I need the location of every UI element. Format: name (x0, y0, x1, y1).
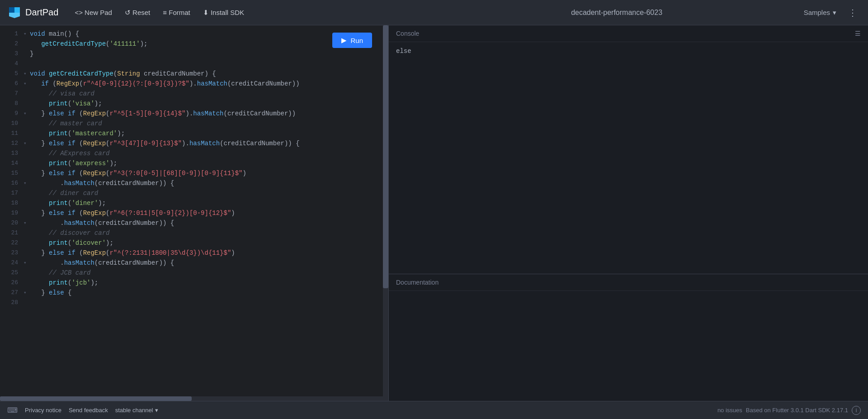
code-text: } else if (RegExp(r"^(?:2131|1800|35\d{3… (30, 248, 385, 258)
fold-arrow-icon[interactable]: ▾ (24, 138, 28, 148)
documentation-content (389, 291, 868, 401)
code-editor[interactable]: 1▾void main() {2 getCreditCardType('4111… (0, 25, 388, 401)
line-number: 27 (4, 288, 18, 298)
fold-arrow-icon (24, 228, 28, 238)
code-text: // JCB card (30, 268, 385, 278)
console-menu-icon[interactable]: ☰ (855, 30, 861, 37)
samples-arrow-icon: ▾ (833, 9, 836, 17)
code-text: .hasMatch(creditCardNumber)) { (30, 218, 385, 228)
h-scrollbar-thumb (0, 396, 192, 401)
documentation-label: Documentation (396, 279, 439, 286)
table-row: 27▾ } else { (0, 288, 388, 298)
svg-marker-2 (14, 7, 20, 13)
table-row: 22 print('dicover'); (0, 238, 388, 248)
channel-select[interactable]: stable channel ▾ (115, 407, 158, 414)
channel-label: stable channel (115, 407, 153, 414)
console-output: else (396, 48, 411, 55)
fold-arrow-icon (24, 238, 28, 248)
code-text: // visa card (30, 89, 385, 99)
more-menu-button[interactable]: ⋮ (844, 5, 861, 20)
code-text: .hasMatch(creditCardNumber)) { (30, 258, 385, 268)
code-text: } else if (RegExp(r"^3[47][0-9]{13}$").h… (30, 138, 385, 148)
sdk-info-text: Based on Flutter 3.0.1 Dart SDK 2.17.1 (746, 407, 848, 414)
line-number: 16 (4, 178, 18, 188)
info-icon[interactable]: i (852, 406, 861, 415)
table-row: 14 print('aexpress'); (0, 158, 388, 168)
new-pad-button[interactable]: <> New Pad (69, 6, 118, 19)
fold-arrow-icon (24, 99, 28, 109)
fold-arrow-icon[interactable]: ▾ (24, 79, 28, 89)
line-number: 4 (4, 59, 18, 69)
fold-arrow-icon (24, 59, 28, 69)
code-text: } else if (RegExp(r"^6(?:011|5[0-9]{2})[… (30, 208, 385, 218)
table-row: 5▾void getCreditCardType(String creditCa… (0, 69, 388, 79)
scrollbar-thumb (383, 25, 388, 288)
line-number: 23 (4, 248, 18, 258)
code-text: // master card (30, 119, 385, 129)
privacy-notice-link[interactable]: Privacy notice (25, 407, 61, 414)
table-row: 11 print('mastercard'); (0, 129, 388, 138)
line-number: 25 (4, 268, 18, 278)
code-text: // discover card (30, 228, 385, 238)
console-label: Console (396, 30, 419, 37)
fold-arrow-icon[interactable]: ▾ (24, 258, 28, 268)
table-row: 6▾ if (RegExp(r"^4[0-9]{12}(?:[0-9]{3})?… (0, 79, 388, 89)
fold-arrow-icon[interactable]: ▾ (24, 218, 28, 228)
fold-arrow-icon[interactable]: ▾ (24, 69, 28, 79)
right-area: Samples ▾ ⋮ (799, 5, 861, 20)
fold-arrow-icon (24, 158, 28, 168)
fold-arrow-icon (24, 89, 28, 99)
table-row: 13 // AExpress card (0, 148, 388, 158)
fold-arrow-icon[interactable]: ▾ (24, 109, 28, 119)
line-number: 17 (4, 188, 18, 198)
code-text (30, 298, 385, 308)
code-text: print('jcb'); (30, 278, 385, 288)
fold-arrow-icon (24, 119, 28, 129)
horizontal-scrollbar[interactable] (0, 396, 383, 401)
footer: ⌨ Privacy notice Send feedback stable ch… (0, 401, 868, 419)
fold-arrow-icon (24, 39, 28, 49)
table-row: 20▾ .hasMatch(creditCardNumber)) { (0, 218, 388, 228)
code-text: .hasMatch(creditCardNumber)) { (30, 178, 385, 188)
line-number: 24 (4, 258, 18, 268)
table-row: 18 print('diner'); (0, 198, 388, 208)
fold-arrow-icon[interactable]: ▾ (24, 29, 28, 39)
fold-arrow-icon (24, 208, 28, 218)
line-number: 2 (4, 39, 18, 49)
table-row: 9▾ } else if (RegExp(r"^5[1-5][0-9]{14}$… (0, 109, 388, 119)
table-row: 24▾ .hasMatch(creditCardNumber)) { (0, 258, 388, 268)
line-number: 7 (4, 89, 18, 99)
table-row: 28 (0, 298, 388, 308)
line-number: 10 (4, 119, 18, 129)
run-label: Run (350, 37, 363, 44)
table-row: 26 print('jcb'); (0, 278, 388, 288)
code-text: print('mastercard'); (30, 129, 385, 138)
fold-arrow-icon[interactable]: ▾ (24, 178, 28, 188)
fold-arrow-icon[interactable]: ▾ (24, 288, 28, 298)
console-content: else (389, 42, 868, 274)
line-number: 15 (4, 168, 18, 178)
install-sdk-button[interactable]: ⬇ Install SDK (198, 6, 250, 19)
table-row: 19 } else if (RegExp(r"^6(?:011|5[0-9]{2… (0, 208, 388, 218)
code-text: } else if (RegExp(r"^5[1-5][0-9]{14}$").… (30, 109, 385, 119)
line-number: 13 (4, 148, 18, 158)
reset-button[interactable]: ↺ Reset (119, 6, 156, 19)
code-text: print('aexpress'); (30, 158, 385, 168)
console-header: Console ☰ (389, 25, 868, 42)
fold-arrow-icon (24, 248, 28, 258)
line-number: 6 (4, 79, 18, 89)
code-text: print('visa'); (30, 99, 385, 109)
table-row: 7 // visa card (0, 89, 388, 99)
fold-arrow-icon (24, 268, 28, 278)
run-button[interactable]: ▶ Run (332, 33, 372, 48)
format-button[interactable]: ≡ Format (157, 6, 195, 19)
editor-scrollbar[interactable] (383, 25, 388, 401)
table-row: 21 // discover card (0, 228, 388, 238)
svg-marker-1 (9, 7, 14, 13)
samples-button[interactable]: Samples ▾ (799, 6, 841, 19)
footer-right: no issues Based on Flutter 3.0.1 Dart SD… (717, 406, 861, 415)
send-feedback-link[interactable]: Send feedback (69, 407, 108, 414)
console-panel: Console ☰ else (389, 25, 868, 274)
table-row: 16▾ .hasMatch(creditCardNumber)) { (0, 178, 388, 188)
code-text: // AExpress card (30, 148, 385, 158)
